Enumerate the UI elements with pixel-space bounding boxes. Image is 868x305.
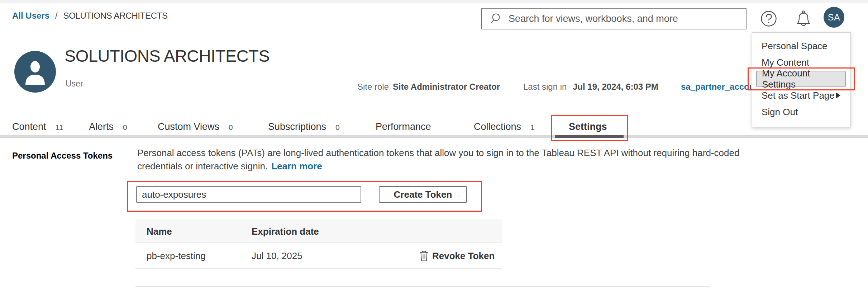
create-token-button[interactable]: Create Token (379, 186, 467, 203)
table-row: pb-exp-testing Jul 10, 2025 Revoke Token (135, 243, 502, 269)
trash-icon (420, 250, 428, 261)
tab-subscriptions[interactable]: Subscriptions 0 (268, 121, 340, 132)
column-header-expiration: Expiration date (252, 226, 319, 237)
revoke-token-label: Revoke Token (432, 250, 495, 262)
tab-label: Collections (474, 121, 521, 132)
token-expiration-cell: Jul 10, 2025 (252, 250, 302, 262)
breadcrumb-all-users-link[interactable]: All Users (12, 11, 49, 21)
tab-label: Subscriptions (268, 121, 326, 132)
tab-content[interactable]: Content 11 (12, 121, 63, 132)
column-header-name: Name (147, 226, 172, 237)
page-title: SOLUTIONS ARCHITECTS (65, 46, 270, 66)
tab-count: 11 (56, 123, 63, 132)
token-table-header: Name Expiration date (135, 220, 502, 243)
tab-label: Content (12, 121, 46, 132)
user-avatar-button[interactable]: SA (824, 7, 844, 28)
token-name-cell: pb-exp-testing (147, 250, 206, 262)
tab-label: Custom Views (158, 121, 219, 132)
tab-performance[interactable]: Performance (376, 121, 431, 132)
menu-item-sign-out[interactable]: Sign Out (752, 104, 850, 120)
account-dropdown-menu: Personal Space My Content My Account Set… (752, 32, 851, 127)
search-input[interactable] (503, 9, 746, 29)
tab-settings[interactable]: Settings (569, 121, 607, 132)
menu-item-set-as-start-page[interactable]: Set as Start Page (752, 87, 850, 104)
tab-collections[interactable]: Collections 1 (474, 121, 535, 132)
site-role-value: Site Administrator Creator (393, 82, 500, 92)
help-icon (760, 10, 777, 27)
help-button[interactable] (760, 10, 777, 27)
site-role-label: Site role (357, 82, 389, 92)
menu-item-personal-space[interactable]: Personal Space (752, 38, 850, 54)
tab-count: 0 (335, 123, 340, 132)
section-divider (135, 286, 710, 287)
last-sign-in-value: Jul 19, 2024, 6:03 PM (573, 82, 658, 92)
token-table: Name Expiration date pb-exp-testing Jul … (135, 220, 502, 269)
tab-custom-views[interactable]: Custom Views 0 (158, 121, 233, 132)
menu-item-label: Set as Start Page (762, 90, 835, 101)
submenu-arrow-icon (836, 92, 840, 99)
profile-subtitle: User (66, 79, 83, 89)
tab-count: 0 (123, 123, 127, 132)
bell-icon (795, 10, 812, 28)
breadcrumb-separator: / (55, 11, 57, 21)
profile-avatar (14, 51, 56, 93)
pat-description-line1: Personal access tokens (PATs) are long-l… (137, 147, 739, 158)
pat-description: Personal access tokens (PATs) are long-l… (137, 146, 739, 173)
search-box[interactable] (481, 8, 747, 29)
tab-label: Performance (376, 121, 431, 132)
last-sign-in-label: Last sign in (523, 82, 567, 92)
avatar-initials: SA (828, 12, 840, 23)
tab-count: 1 (530, 123, 535, 132)
tab-underline-track (0, 135, 868, 138)
tab-count: 0 (229, 123, 233, 132)
pat-description-line2: credentials or interactive signin. (137, 161, 268, 172)
learn-more-link[interactable]: Learn more (271, 161, 322, 172)
breadcrumb: All Users / SOLUTIONS ARCHITECTS (12, 11, 168, 21)
account-username-link[interactable]: sa_partner_accou (681, 82, 753, 92)
breadcrumb-current: SOLUTIONS ARCHITECTS (63, 11, 167, 21)
tab-active-underline (555, 135, 624, 138)
notifications-button[interactable] (795, 10, 812, 28)
person-icon (23, 59, 48, 85)
window-top-strip (0, 0, 868, 3)
menu-item-my-account-settings[interactable]: My Account Settings (756, 71, 846, 87)
tab-label: Alerts (89, 121, 114, 132)
pat-section-heading: Personal Access Tokens (12, 151, 113, 161)
token-name-input[interactable] (136, 186, 361, 203)
tab-label: Settings (569, 121, 607, 132)
revoke-token-button[interactable]: Revoke Token (420, 250, 495, 262)
tab-alerts[interactable]: Alerts 0 (89, 121, 127, 132)
search-icon (490, 12, 503, 25)
